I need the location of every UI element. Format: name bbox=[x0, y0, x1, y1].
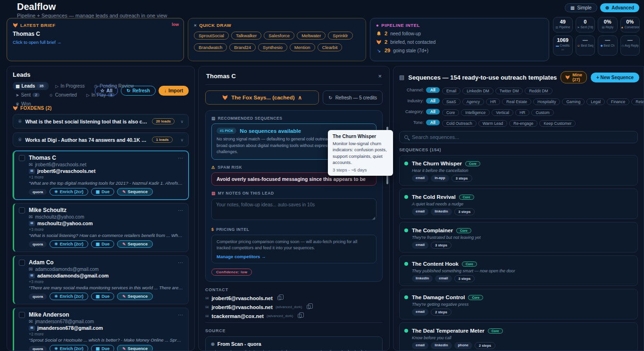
filter-chip-all[interactable]: All bbox=[426, 120, 440, 125]
sequence-button[interactable]: ✎Sequence bbox=[117, 293, 153, 300]
sequence-row[interactable]: The Deal Temperature MeterCore Know befo… bbox=[399, 322, 638, 351]
mine-filter-badge[interactable]: Mine (27) bbox=[560, 71, 587, 83]
filter-chip[interactable]: Legal bbox=[586, 98, 605, 105]
copy-icon[interactable] bbox=[298, 314, 301, 318]
filter-chip[interactable]: Custom bbox=[531, 109, 553, 116]
lead-menu-button[interactable]: ⋯ bbox=[178, 155, 184, 161]
tab-sent[interactable]: ➤ Sent 2 bbox=[13, 91, 42, 99]
filter-chip[interactable]: Vertical bbox=[492, 109, 513, 116]
filter-chip[interactable]: Finance bbox=[607, 98, 629, 105]
filter-chip[interactable]: Twitter DM bbox=[495, 88, 523, 94]
lead-card[interactable]: Mike Anderson ⋯ ✉jmanderson678@gmail.com… bbox=[13, 308, 189, 351]
filter-chip-all[interactable]: All bbox=[426, 109, 440, 114]
quick-draw-chip[interactable]: Clearbit bbox=[318, 43, 343, 51]
filter-chip[interactable]: HR bbox=[515, 109, 529, 116]
more-emails[interactable]: +3 more bbox=[29, 279, 184, 284]
lead-checkbox[interactable] bbox=[19, 155, 25, 161]
quick-draw-chips: SproutSocialTalkwalkerSalesforceMeltwate… bbox=[194, 31, 360, 54]
fox-says-button[interactable]: The Fox Says... (cached) ∧ bbox=[205, 90, 319, 105]
more-emails[interactable]: +2 more bbox=[29, 332, 184, 336]
open-brief-link[interactable]: Click to open full brief → bbox=[13, 40, 178, 45]
lead-card[interactable]: Mike Schoultz ⋯ ✉mschoultz@yahoo.com ✉ms… bbox=[13, 203, 189, 252]
filter-chip[interactable]: HR bbox=[486, 98, 500, 105]
filter-chip[interactable]: Retail bbox=[631, 98, 644, 105]
lead-menu-button[interactable]: ⋯ bbox=[178, 260, 184, 266]
quick-draw-chip[interactable]: Brand24 bbox=[229, 43, 256, 51]
filter-chip-all[interactable]: All bbox=[426, 98, 440, 104]
all-filter-button[interactable]: ☆ All bbox=[95, 86, 118, 96]
chevron-down-icon[interactable]: ∨ bbox=[180, 119, 184, 124]
lead-card[interactable]: Adam Co ⋯ ✉adamcodiamonds@gmail.com ✉ada… bbox=[13, 255, 189, 304]
enrich-button[interactable]: ✳Enrich (2cr) bbox=[50, 293, 88, 300]
enrich-button[interactable]: ✳Enrich (2cr) bbox=[50, 188, 88, 196]
filter-chip[interactable]: Re-engage bbox=[509, 120, 537, 127]
sequence-button[interactable]: ✎Sequence bbox=[117, 240, 153, 248]
quick-draw-chip[interactable]: Synthesio bbox=[258, 43, 287, 51]
lead-checkbox[interactable] bbox=[19, 207, 25, 213]
filter-chip[interactable]: Warm Lead bbox=[478, 120, 508, 127]
sequence-row[interactable]: The ComplainerCore They're frustrated bu… bbox=[399, 222, 638, 253]
filter-chip[interactable]: Gaming bbox=[562, 98, 585, 105]
quick-draw-chip[interactable]: Mention bbox=[290, 43, 315, 51]
copy-icon[interactable] bbox=[277, 296, 281, 300]
filter-chip[interactable]: Intelligence bbox=[461, 109, 490, 116]
filter-chip[interactable]: Agency bbox=[462, 98, 484, 105]
tab-won[interactable]: ♛ Won bbox=[13, 100, 33, 108]
lead-checkbox[interactable] bbox=[19, 312, 25, 318]
lead-notes-input[interactable] bbox=[211, 198, 376, 220]
tab-in-progress[interactable]: ▷ In Progress bbox=[52, 82, 87, 90]
filter-chip-all[interactable]: All bbox=[426, 87, 440, 93]
filter-chip[interactable]: Real Estate bbox=[502, 98, 531, 105]
lead-card[interactable]: Thomas C ⋯ ✉jrobert6@rvaschools.net ✉jro… bbox=[13, 151, 189, 200]
close-icon[interactable]: × bbox=[378, 73, 382, 80]
filter-chip[interactable]: Email bbox=[442, 88, 460, 94]
filter-chip[interactable]: LinkedIn DM bbox=[462, 88, 493, 94]
due-button[interactable]: ▦Due bbox=[91, 293, 115, 300]
more-emails[interactable]: +3 more bbox=[29, 227, 184, 232]
sequence-button[interactable]: ✎Sequence bbox=[117, 188, 153, 196]
enrich-button[interactable]: ✳Enrich (2cr) bbox=[50, 240, 88, 248]
quick-draw-chip[interactable]: Salesforce bbox=[264, 32, 294, 40]
quick-draw-chip[interactable]: Talkwalker bbox=[231, 32, 261, 40]
filter-chip[interactable]: Keep Customer bbox=[539, 120, 576, 127]
sequence-button[interactable]: ✎Sequence bbox=[117, 345, 153, 351]
pencil-icon: ✎ bbox=[122, 294, 125, 299]
quick-draw-chip[interactable]: SproutSocial bbox=[194, 32, 229, 40]
sequence-row[interactable]: The Content HookCore They published some… bbox=[399, 255, 638, 286]
search-input[interactable] bbox=[412, 134, 633, 140]
filter-chip[interactable]: SaaS bbox=[442, 98, 460, 105]
refresh-analysis-button[interactable]: ↻ Refresh — 5 credits bbox=[323, 90, 383, 105]
tab-leads[interactable]: ▤ Leads 35 bbox=[13, 82, 49, 90]
filter-chip[interactable]: Cold Outreach bbox=[442, 120, 477, 127]
copy-icon[interactable] bbox=[307, 305, 310, 309]
new-sequence-button[interactable]: + New Sequence bbox=[591, 73, 639, 82]
foxden-row[interactable]: ※ Works at Digi - Author has 74 answers … bbox=[13, 132, 189, 147]
filter-chip[interactable]: Hospitality bbox=[533, 98, 560, 105]
due-button[interactable]: ▦Due bbox=[91, 240, 115, 248]
due-button[interactable]: ▦Due bbox=[91, 188, 115, 196]
sequence-row[interactable]: The Cold RevivalCore A quiet lead needs … bbox=[399, 188, 638, 219]
refresh-leads-button[interactable]: ↻ Refresh bbox=[121, 86, 156, 96]
advanced-mode-button[interactable]: ⊛ Advanced bbox=[600, 3, 639, 12]
filter-chip[interactable]: Reddit DM bbox=[525, 88, 552, 94]
latest-brief-card[interactable]: LATEST BRIEF low Thomas C Click to open … bbox=[7, 18, 184, 61]
simple-mode-button[interactable]: ▦ Simple bbox=[565, 3, 597, 12]
quick-draw-chip[interactable]: Brandwatch bbox=[194, 43, 227, 51]
sequence-row[interactable]: The Damage ControlCore They're getting n… bbox=[399, 289, 638, 319]
lead-checkbox[interactable] bbox=[19, 260, 25, 266]
quick-draw-chip[interactable]: Meltwater bbox=[297, 32, 326, 40]
lead-menu-button[interactable]: ⋯ bbox=[178, 207, 184, 213]
quick-draw-chip[interactable]: Sprinklr bbox=[328, 32, 352, 40]
import-button[interactable]: ↓ Import bbox=[159, 86, 189, 96]
due-button[interactable]: ▦Due bbox=[91, 345, 115, 351]
foxden-row[interactable]: ※ What is the best social listening tool… bbox=[13, 114, 189, 129]
filter-chip[interactable]: Core bbox=[442, 109, 459, 116]
tab-converted[interactable]: ☺ Converted bbox=[46, 91, 80, 99]
resize-handle[interactable] bbox=[372, 217, 375, 220]
manage-competitors-link[interactable]: Manage competitors → bbox=[217, 254, 371, 259]
enrich-button[interactable]: ✳Enrich (2cr) bbox=[50, 345, 88, 351]
sequence-row[interactable]: The Churn WhisperCore Hear it before the… bbox=[399, 155, 638, 186]
chevron-down-icon[interactable]: ∨ bbox=[180, 138, 184, 142]
more-emails[interactable]: +1 more bbox=[29, 175, 184, 180]
lead-menu-button[interactable]: ⋯ bbox=[178, 312, 184, 318]
